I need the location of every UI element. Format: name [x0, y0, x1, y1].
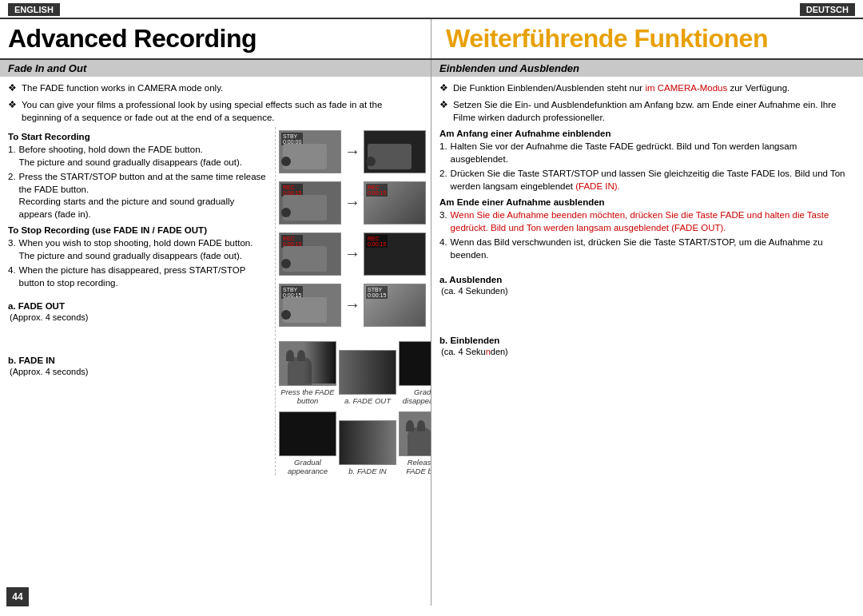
title-right: Weiterführende Funktionen	[432, 19, 863, 58]
start-step-1: 1. Before shooting, hold down the FADE b…	[8, 144, 270, 169]
fade-img-disappear	[399, 341, 432, 386]
right-start-title: Am Anfang einer Aufnahme einblenden	[439, 129, 855, 138]
fade-img-appear	[279, 411, 336, 456]
left-panel-content: ❖ The FADE function works in CAMERA mode…	[0, 80, 431, 477]
left-bullet-2: ❖ You can give your films a professional…	[8, 98, 423, 124]
diagram-row-3: REC0:00:15 → REC0:00:15	[279, 232, 423, 276]
top-bar: ENGLISH DEUTSCH	[0, 0, 863, 19]
cam-img-dark-1	[364, 130, 426, 173]
right-panel-content: ❖ Die Funktion Einblenden/Ausblenden ste…	[432, 80, 863, 364]
caption-gradual-appear: Gradual appearance	[279, 458, 336, 475]
caption-gradual-disappear: Gradual disappearance	[399, 387, 432, 405]
right-section-header: Einblenden und Ausblenden	[432, 60, 863, 77]
right-fade-out-sub: (ca. 4 Sekunden)	[441, 286, 508, 296]
right-end-step-3: 3. Wenn Sie die Aufnahme beenden möchten…	[439, 209, 855, 234]
arrow-2: →	[344, 193, 360, 212]
cam-img-stby: STBY0:00:00	[279, 130, 341, 173]
right-fade-in-sub: (ca. 4 Sekunden)	[441, 347, 508, 356]
main-title-row: Advanced Recording Weiterführende Funkti…	[0, 19, 863, 60]
fade-img-col-2: a. FADE OUT	[339, 350, 396, 405]
right-bullet-1: ❖ Die Funktion Einblenden/Ausblenden ste…	[439, 81, 855, 95]
stop-step-4: 4. When the picture has disappeared, pre…	[8, 264, 270, 289]
rec-overlay-scene: REC0:00:15	[366, 184, 388, 197]
fade-img-fadein	[339, 420, 396, 465]
start-recording-title: To Start Recording	[8, 132, 270, 141]
arrow-4: →	[344, 296, 360, 314]
lang-deutsch: DEUTSCH	[800, 3, 855, 16]
caption-press-fade: Press the FADE button	[279, 387, 336, 405]
left-diagrams: STBY0:00:00 →	[275, 127, 423, 475]
right-fade-out-section: a. Ausblenden (ca. 4 Sekunden)	[439, 274, 855, 296]
fade-out-sub: (Approx. 4 seconds)	[10, 312, 88, 322]
right-bullet-2: ❖ Setzen Sie die Ein- und Ausblendefunkt…	[439, 98, 855, 124]
fade-img-release	[399, 411, 432, 456]
bottom-fade-images: Press the FADE button a. FADE OUT Gradua…	[279, 341, 423, 405]
start-step-2: 2. Press the START/STOP button and at th…	[8, 171, 270, 221]
caption-fade-out: a. FADE OUT	[339, 396, 396, 405]
right-start-step-2: 2. Drücken Sie die Taste START/STOP und …	[439, 168, 855, 193]
cam-img-scene-2: STBY0:00:15	[364, 284, 426, 327]
right-panel: Einblenden und Ausblenden ❖ Die Funktion…	[432, 60, 863, 606]
fade-img-col-5: b. FADE IN	[339, 420, 396, 475]
fade-img-col-6: Release the FADE button	[399, 411, 432, 475]
stby-overlay-scene: STBY0:00:15	[366, 286, 388, 299]
left-bullet-1: ❖ The FADE function works in CAMERA mode…	[8, 81, 423, 95]
cam-img-rec-1: REC0:00:15	[279, 181, 341, 225]
caption-release-fade: Release the FADE button	[399, 458, 432, 475]
arrow-1: →	[344, 142, 360, 161]
fade-img-col-1: Press the FADE button	[279, 341, 336, 405]
fade-in-label: b. FADE IN	[8, 356, 55, 365]
right-fade-in-label: b. Einblenden	[439, 336, 499, 345]
title-left: Advanced Recording	[0, 19, 432, 58]
fade-out-label: a. FADE OUT	[8, 301, 65, 311]
cam-img-rec-2: REC0:00:15	[279, 232, 341, 276]
stop-step-3: 3. When you wish to stop shooting, hold …	[8, 237, 270, 262]
fade-in-section: b. FADE IN (Approx. 4 seconds)	[8, 355, 270, 377]
cam-img-scene-1: REC0:00:15	[364, 181, 426, 225]
caption-fade-in: b. FADE IN	[339, 467, 396, 475]
fade-img-press	[279, 341, 336, 386]
main-title-english: Advanced Recording	[8, 24, 423, 54]
right-end-step-4: 4. Wenn das Bild verschwunden ist, drück…	[439, 236, 855, 261]
bottom-fade-images-2: Gradual appearance b. FADE IN	[279, 411, 423, 475]
right-start-step-1: 1. Halten Sie vor der Aufnahme die Taste…	[439, 141, 855, 165]
diagram-row-1: STBY0:00:00 →	[279, 130, 423, 173]
diagram-row-4: STBY0:00:15 → STBY0:00:15	[279, 284, 423, 327]
lang-english: ENGLISH	[8, 3, 60, 16]
rec-overlay-dark: REC0:00:15	[366, 235, 388, 248]
cam-img-stby-2: STBY0:00:15	[279, 284, 341, 327]
right-fade-out-label: a. Ausblenden	[439, 275, 502, 284]
fade-out-section: a. FADE OUT (Approx. 4 seconds)	[8, 300, 270, 323]
stop-recording-title: To Stop Recording (use FADE IN / FADE OU…	[8, 225, 270, 235]
cam-img-dark-2: REC0:00:15	[364, 232, 426, 276]
left-panel: Fade In and Out ❖ The FADE function work…	[0, 60, 432, 606]
main-title-deutsch: Weiterführende Funktionen	[446, 24, 855, 54]
fade-img-fadeout	[339, 350, 396, 395]
right-fade-in-section: b. Einblenden (ca. 4 Sekunden)	[439, 335, 855, 357]
left-section-header: Fade In and Out	[0, 60, 431, 77]
arrow-3: →	[344, 244, 360, 263]
fade-img-col-4: Gradual appearance	[279, 411, 336, 475]
fade-in-sub: (Approx. 4 seconds)	[10, 367, 88, 376]
page-number: 44	[6, 587, 29, 606]
diagram-row-2: REC0:00:15 → REC0:00:15	[279, 181, 423, 225]
right-end-title: Am Ende einer Aufnahme ausblenden	[439, 197, 855, 207]
fade-img-col-3: Gradual disappearance	[399, 341, 432, 405]
